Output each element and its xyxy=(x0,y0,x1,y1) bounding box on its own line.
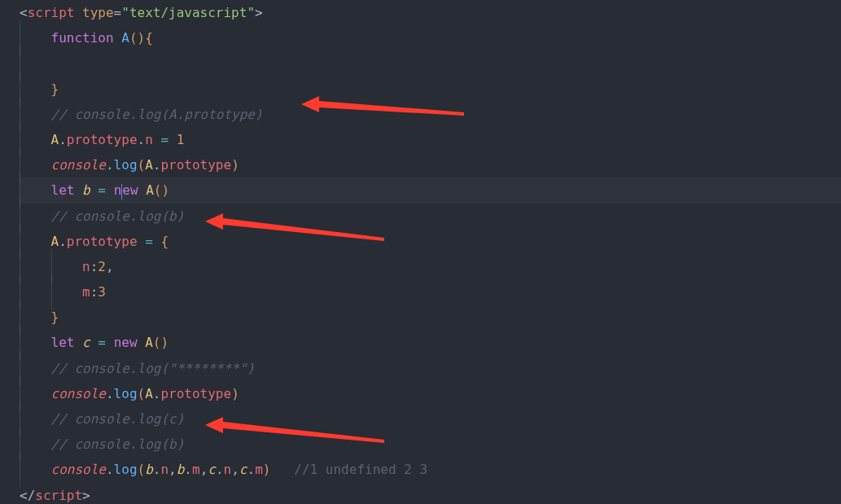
code-line[interactable]: } xyxy=(20,77,841,102)
code-line[interactable] xyxy=(20,50,841,76)
angle-open: < xyxy=(20,5,28,20)
code-line[interactable]: } xyxy=(20,305,841,330)
code-line[interactable]: </script> xyxy=(20,483,841,504)
code-line[interactable]: console.log(A.prototype) xyxy=(20,152,841,177)
comment: // console.log(c) xyxy=(51,411,185,427)
code-line[interactable]: // console.log(b) xyxy=(20,204,841,229)
code-line[interactable]: n:2, xyxy=(20,254,841,279)
comment: // console.log(b) xyxy=(51,208,185,224)
tag-script: script xyxy=(28,5,75,20)
code-line[interactable]: A.prototype.n = 1 xyxy=(20,127,841,152)
code-line[interactable]: let c = new A() xyxy=(20,330,841,355)
kw-let: let xyxy=(51,182,75,198)
console-obj: console xyxy=(51,157,106,173)
comment: // console.log(A.prototype) xyxy=(51,107,263,122)
attr-value: text/javascript xyxy=(129,5,247,20)
code-line-active[interactable]: let b = new A() xyxy=(20,177,841,203)
code-line[interactable]: // console.log(b) xyxy=(20,432,841,457)
code-line[interactable]: // console.log(A.prototype) xyxy=(20,102,841,127)
code-line[interactable]: // console.log("********") xyxy=(20,356,841,381)
comment: // console.log("********") xyxy=(51,361,255,376)
ident-A: A xyxy=(51,132,59,147)
code-line[interactable]: function A(){ xyxy=(20,25,841,50)
attr-type: type xyxy=(82,5,114,20)
code-line[interactable]: console.log(A.prototype) xyxy=(20,381,841,406)
comment-inline: //1 undefined 2 3 xyxy=(294,462,427,477)
tag-script-close: script xyxy=(35,488,82,503)
kw-function: function xyxy=(51,30,114,46)
func-name: A xyxy=(121,30,129,46)
code-editor[interactable]: <script type="text/javascript"> function… xyxy=(0,0,841,504)
comment: // console.log(b) xyxy=(51,436,185,452)
code-line[interactable]: <script type="text/javascript"> xyxy=(20,0,841,25)
code-line[interactable]: console.log(b.n,b.m,c.n,c.m) //1 undefin… xyxy=(20,457,841,482)
code-line[interactable]: // console.log(c) xyxy=(20,406,841,432)
code-line[interactable]: A.prototype = { xyxy=(20,229,841,254)
code-line[interactable]: m:3 xyxy=(20,279,841,305)
